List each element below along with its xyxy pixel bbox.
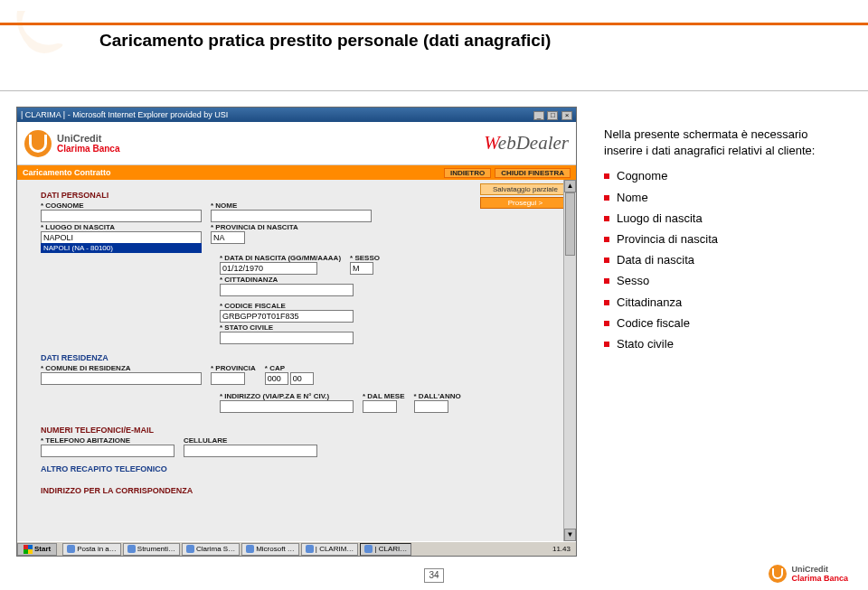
codice-fiscale-input[interactable] <box>220 310 354 323</box>
stato-civile-label: * STATO CIVILE <box>220 323 354 332</box>
page-title: Caricamento pratica prestito personale (… <box>99 31 551 51</box>
window-controls[interactable]: _ □ × <box>533 110 572 120</box>
list-item: Cittadinanza <box>604 295 839 311</box>
sesso-label: * SESSO <box>350 254 380 262</box>
data-nascita-label: * DATA DI NASCITA (GG/MM/AAAA) <box>220 254 341 262</box>
codice-fiscale-label: * CODICE FISCALE <box>220 302 354 310</box>
list-item: Luogo di nascita <box>604 211 839 227</box>
close-window-button[interactable]: CHIUDI FINESTRA <box>495 168 571 178</box>
close-icon[interactable]: × <box>561 111 572 120</box>
divider <box>0 90 868 91</box>
app-icon <box>306 545 314 553</box>
app-icon <box>186 545 194 553</box>
luogo-nascita-label: * LUOGO DI NASCITA <box>41 223 202 231</box>
provincia-input[interactable] <box>211 372 245 385</box>
cap-input-2[interactable] <box>290 372 314 385</box>
taskbar-item[interactable]: | CLARIM… <box>301 543 359 556</box>
scroll-thumb[interactable] <box>565 192 575 256</box>
save-partial-button[interactable]: Salvataggio parziale <box>480 183 571 195</box>
scroll-down-icon[interactable]: ▼ <box>564 529 576 541</box>
cittadinanza-input[interactable] <box>220 284 354 296</box>
telefono-abitazione-input[interactable] <box>41 445 175 457</box>
app-icon <box>127 545 136 553</box>
cap-input-1[interactable] <box>265 372 288 385</box>
bank-logo: UniCredit Clarima Banca <box>24 130 119 157</box>
window-title: | CLARIMA | - Microsoft Internet Explore… <box>21 110 228 119</box>
app-icon <box>364 545 373 553</box>
windows-icon <box>24 545 33 554</box>
indirizzo-label: * INDIRIZZO (VIA/P.ZA E N° CIV.) <box>220 392 354 400</box>
cellulare-input[interactable] <box>184 445 317 457</box>
provincia-nascita-input[interactable] <box>211 231 245 244</box>
watermark-logo <box>13 4 67 58</box>
telefono-abitazione-label: * TELEFONO ABITAZIONE <box>41 436 175 445</box>
indirizzo-input[interactable] <box>220 400 354 413</box>
dall-anno-label: * DALL'ANNO <box>414 392 461 400</box>
cittadinanza-label: * CITTADINANZA <box>220 276 354 284</box>
stato-civile-input[interactable] <box>220 332 354 344</box>
list-item: Codice fiscale <box>604 315 839 332</box>
comune-residenza-label: * COMUNE DI RESIDENZA <box>41 364 202 372</box>
nome-input[interactable] <box>211 210 372 222</box>
side-actions: Salvataggio parziale Prosegui > <box>480 183 571 209</box>
brand-top: UniCredit <box>57 133 102 144</box>
luogo-nascita-input[interactable] <box>41 231 202 244</box>
brand-bottom: Clarima Banca <box>57 144 119 154</box>
taskbar-clock: 11.43 <box>547 545 576 553</box>
taskbar-item[interactable]: Posta in a… <box>62 543 121 556</box>
dal-mese-input[interactable] <box>363 400 397 413</box>
window-titlebar: | CLARIMA | - Microsoft Internet Explore… <box>17 108 576 122</box>
app-icon <box>246 545 254 553</box>
list-item: Provincia di nascita <box>604 231 839 248</box>
minimize-icon[interactable]: _ <box>533 111 544 120</box>
list-item: Cognome <box>604 168 839 184</box>
back-button[interactable]: INDIETRO <box>444 168 491 178</box>
vertical-scrollbar[interactable]: ▲ ▼ <box>563 180 576 541</box>
header-rule <box>0 0 868 25</box>
section-indirizzo-corrispondenza: INDIRIZZO PER LA CORRISPONDENZA <box>41 486 567 495</box>
sesso-input[interactable] <box>350 262 373 275</box>
luogo-nascita-dropdown-option[interactable]: NAPOLI (NA - 80100) <box>41 243 202 253</box>
app-name: WebDealer <box>484 132 569 155</box>
section-bar-title: Caricamento Contratto <box>23 168 111 177</box>
explanation-intro: Nella presente schermata è necessario in… <box>604 126 839 159</box>
list-item: Nome <box>604 190 839 206</box>
taskbar-item-active[interactable]: | CLARI… <box>360 543 411 556</box>
taskbar-item[interactable]: Microsoft … <box>241 543 299 556</box>
list-item: Stato civile <box>604 336 839 352</box>
explanation-list: Cognome Nome Luogo di nascita Provincia … <box>604 168 839 352</box>
app-icon <box>67 545 75 553</box>
dal-mese-label: * DAL MESE <box>363 392 405 400</box>
provincia-label: * PROVINCIA <box>211 364 256 372</box>
data-nascita-input[interactable] <box>220 262 317 275</box>
scroll-up-icon[interactable]: ▲ <box>564 180 576 192</box>
explanation-panel: Nella presente schermata è necessario in… <box>604 126 839 357</box>
taskbar: Start Posta in a… Strumenti… Clarima S… … <box>17 541 576 556</box>
cap-label: * CAP <box>265 364 314 372</box>
footer-logo: UniCredit Clarima Banca <box>769 565 848 583</box>
section-altro-recapito: ALTRO RECAPITO TELEFONICO <box>41 464 567 473</box>
start-button[interactable]: Start <box>17 543 57 556</box>
section-bar: Caricamento Contratto INDIETRO CHIUDI FI… <box>17 165 576 180</box>
form-area: Salvataggio parziale Prosegui > DATI PER… <box>17 180 576 541</box>
list-item: Data di nascita <box>604 252 839 268</box>
maximize-icon[interactable]: □ <box>547 111 558 120</box>
cognome-input[interactable] <box>41 210 202 222</box>
dall-anno-input[interactable] <box>414 400 448 413</box>
comune-residenza-input[interactable] <box>41 372 202 385</box>
app-screenshot: | CLARIMA | - Microsoft Internet Explore… <box>16 107 577 557</box>
nome-label: * NOME <box>211 201 372 210</box>
cognome-label: * COGNOME <box>41 201 202 210</box>
page-number: 34 <box>424 568 444 583</box>
unicredit-icon <box>24 130 52 157</box>
provincia-nascita-label: * PROVINCIA DI NASCITA <box>211 223 298 231</box>
unicredit-icon <box>769 565 787 583</box>
cellulare-label: CELLULARE <box>184 436 317 445</box>
section-numeri-telefonici: NUMERI TELEFONICI/E-MAIL <box>41 426 567 435</box>
proceed-button[interactable]: Prosegui > <box>480 197 571 209</box>
app-header: UniCredit Clarima Banca WebDealer <box>17 122 576 165</box>
section-dati-residenza: DATI RESIDENZA <box>41 353 567 362</box>
taskbar-item[interactable]: Strumenti… <box>123 543 180 556</box>
list-item: Sesso <box>604 273 839 289</box>
taskbar-item[interactable]: Clarima S… <box>182 543 240 556</box>
